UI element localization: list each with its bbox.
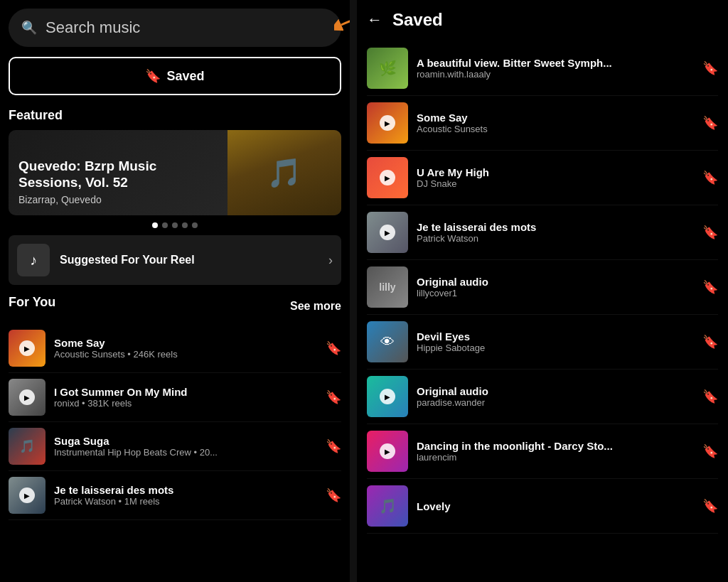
play-icon: ▶ — [380, 115, 395, 131]
track-title: Suga Suga — [54, 435, 320, 447]
featured-section-title: Featured — [9, 108, 341, 123]
for-you-list: ▶ Some Say Acoustic Sunsets • 246K reels… — [9, 324, 341, 520]
saved-bookmark-icon[interactable]: 🔖 — [702, 60, 718, 76]
track-thumbnail: ▶ — [367, 157, 408, 198]
saved-bookmark-icon[interactable]: 🔖 — [702, 389, 718, 404]
list-item[interactable]: ▶ Je te laisserai des mots Patrick Watso… — [367, 205, 718, 260]
track-sub: Instrumental Hip Hop Beats Crew • 20... — [54, 447, 320, 458]
track-info: Dancing in the moonlight - Darcy Sto... … — [417, 440, 697, 463]
save-track-button[interactable]: 🔖 — [326, 438, 341, 454]
saved-header: ← Saved — [367, 10, 718, 30]
bookmark-icon: 🔖 — [145, 68, 161, 84]
track-thumbnail: 🎵 — [9, 428, 46, 465]
track-sub: DJ Snake — [417, 178, 697, 189]
dot-4[interactable] — [182, 222, 188, 228]
track-sub: Patrick Watson • 1M reels — [54, 496, 320, 507]
track-title: Je te laisserai des mots — [54, 484, 320, 496]
track-title: Je te laisserai des mots — [417, 221, 697, 233]
track-info: Suga Suga Instrumental Hip Hop Beats Cre… — [54, 435, 320, 458]
track-sub: roamin.with.laaaly — [417, 69, 697, 80]
see-more-button[interactable]: See more — [290, 300, 341, 313]
search-bar: 🔍 — [9, 9, 341, 47]
for-you-title: For You — [9, 295, 55, 310]
play-icon: ▶ — [380, 443, 395, 459]
track-info: Original audio paradise.wander — [417, 385, 697, 408]
track-sub: Patrick Watson — [417, 233, 697, 244]
track-sub: lillycover1 — [417, 288, 697, 298]
chevron-right-icon: › — [328, 253, 333, 268]
track-thumbnail: ▶ — [367, 376, 408, 417]
track-info: Some Say Acoustic Sunsets • 246K reels — [54, 337, 320, 360]
list-item[interactable]: ▶ U Are My High DJ Snake 🔖 — [367, 151, 718, 205]
list-item[interactable]: lilly Original audio lillycover1 🔖 — [367, 260, 718, 315]
track-thumbnail: 🌿 — [367, 48, 408, 89]
saved-bookmark-icon[interactable]: 🔖 — [702, 279, 718, 295]
list-item[interactable]: 🌿 A beautiful view. Bitter Sweet Symph..… — [367, 41, 718, 96]
track-info: Devil Eyes Hippie Sabotage — [417, 330, 697, 353]
play-icon: ▶ — [380, 389, 395, 404]
play-icon: ▶ — [19, 340, 35, 356]
save-track-button[interactable]: 🔖 — [326, 340, 341, 356]
list-item[interactable]: ▶ Dancing in the moonlight - Darcy Sto..… — [367, 424, 718, 479]
track-thumbnail: ▶ — [367, 431, 408, 472]
list-item[interactable]: 🎵 Suga Suga Instrumental Hip Hop Beats C… — [9, 422, 341, 471]
music-note-icon: ♪ — [17, 244, 50, 276]
saved-button[interactable]: 🔖 Saved — [9, 57, 341, 95]
saved-bookmark-icon[interactable]: 🔖 — [702, 170, 718, 185]
saved-bookmark-icon[interactable]: 🔖 — [702, 498, 718, 514]
track-thumbnail: lilly — [367, 266, 408, 308]
saved-title: Saved — [392, 10, 443, 30]
arrow-annotation — [334, 5, 350, 41]
dot-1[interactable] — [152, 222, 158, 228]
list-item[interactable]: ▶ Some Say Acoustic Sunsets 🔖 — [367, 96, 718, 151]
track-info: U Are My High DJ Snake — [417, 166, 697, 189]
list-item[interactable]: 🎵 Lovely 🔖 — [367, 479, 718, 534]
track-thumbnail: 👁 — [367, 321, 408, 362]
track-sub: Acoustic Sunsets — [417, 124, 697, 134]
track-sub: laurencim — [417, 452, 697, 463]
track-title: Dancing in the moonlight - Darcy Sto... — [417, 440, 697, 452]
saved-bookmark-icon[interactable]: 🔖 — [702, 334, 718, 350]
suggested-reel-row[interactable]: ♪ Suggested For Your Reel › — [9, 235, 341, 285]
saved-bookmark-icon[interactable]: 🔖 — [702, 225, 718, 240]
track-sub: ronixd • 381K reels — [54, 398, 320, 409]
track-title: A beautiful view. Bitter Sweet Symph... — [417, 57, 697, 69]
list-item[interactable]: ▶ Some Say Acoustic Sunsets • 246K reels… — [9, 324, 341, 373]
featured-card[interactable]: 🎵 Quevedo: Bzrp Music Sessions, Vol. 52 … — [9, 130, 341, 215]
track-title: Lovely — [417, 500, 697, 512]
track-sub: Acoustic Sunsets • 246K reels — [54, 349, 320, 360]
list-item[interactable]: ▶ Original audio paradise.wander 🔖 — [367, 370, 718, 424]
track-title: U Are My High — [417, 166, 697, 178]
dot-5[interactable] — [192, 222, 198, 228]
track-thumbnail: ▶ — [9, 330, 46, 367]
save-track-button[interactable]: 🔖 — [326, 389, 341, 405]
track-thumbnail: ▶ — [9, 477, 46, 514]
search-input[interactable] — [46, 18, 328, 37]
list-item[interactable]: ▶ Je te laisserai des mots Patrick Watso… — [9, 471, 341, 520]
track-thumbnail: 🎵 — [367, 485, 408, 527]
play-icon: ▶ — [380, 170, 395, 185]
track-info: Lovely — [417, 500, 697, 512]
track-info: Je te laisserai des mots Patrick Watson — [417, 221, 697, 244]
track-thumbnail: ▶ — [367, 212, 408, 253]
save-track-button[interactable]: 🔖 — [326, 487, 341, 503]
list-item[interactable]: ▶ I Got Summer On My Mind ronixd • 381K … — [9, 373, 341, 422]
track-title: Some Say — [54, 337, 320, 349]
saved-bookmark-icon[interactable]: 🔖 — [702, 115, 718, 131]
saved-bookmark-icon[interactable]: 🔖 — [702, 443, 718, 459]
track-title: I Got Summer On My Mind — [54, 386, 320, 398]
back-button[interactable]: ← — [367, 11, 382, 29]
featured-title: Quevedo: Bzrp Music Sessions, Vol. 52 — [18, 158, 218, 191]
list-item[interactable]: 👁 Devil Eyes Hippie Sabotage 🔖 — [367, 315, 718, 370]
track-sub: paradise.wander — [417, 397, 697, 408]
dot-2[interactable] — [162, 222, 168, 228]
featured-info: Quevedo: Bzrp Music Sessions, Vol. 52 Bi… — [18, 158, 218, 205]
panel-divider — [350, 0, 357, 582]
for-you-header: For You See more — [9, 295, 341, 317]
suggested-label: Suggested For Your Reel — [60, 254, 328, 266]
featured-image: 🎵 — [228, 130, 341, 215]
track-info: Some Say Acoustic Sunsets — [417, 112, 697, 134]
dot-3[interactable] — [172, 222, 178, 228]
search-icon: 🔍 — [21, 20, 37, 36]
featured-subtitle: Bizarrap, Quevedo — [18, 194, 218, 205]
